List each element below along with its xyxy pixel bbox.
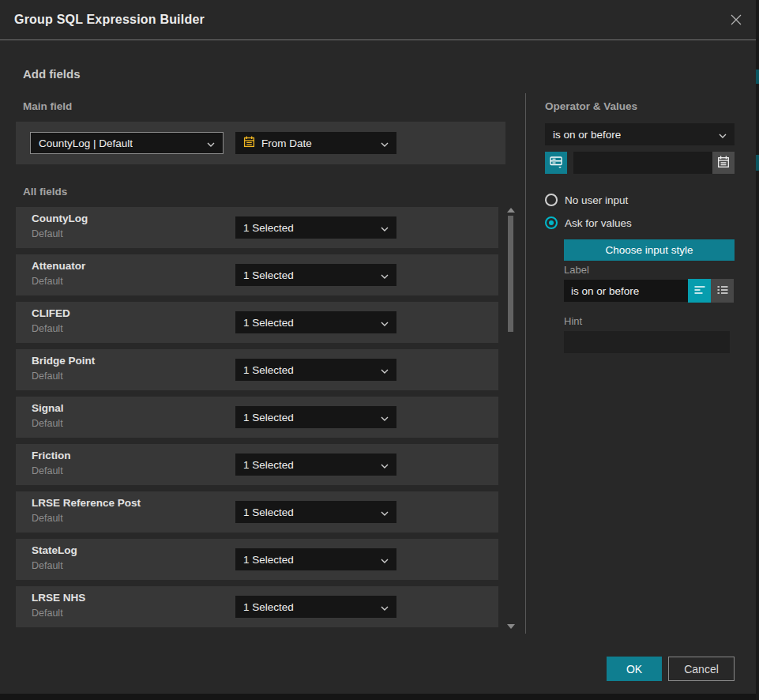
field-selection-value: 1 Selected <box>243 554 294 566</box>
field-sublabel: Default <box>32 560 63 571</box>
hint-input[interactable] <box>564 331 730 353</box>
field-selection-value: 1 Selected <box>243 317 294 329</box>
operator-dropdown[interactable]: is on or before <box>545 123 735 145</box>
field-sublabel: Default <box>32 371 63 382</box>
field-row-lrse-nhs: LRSE NHS Default 1 Selected <box>16 586 498 627</box>
main-layer-dropdown-value: CountyLog | Default <box>39 137 133 149</box>
screen: Group SQL Expression Builder Add fields … <box>0 0 759 700</box>
label-field-label: Label <box>564 264 589 276</box>
field-sublabel: Default <box>32 513 63 524</box>
scrollbar-up-arrow-icon[interactable] <box>507 208 515 213</box>
field-name: StateLog <box>32 544 77 556</box>
radio-no-user-input[interactable]: No user input <box>545 194 628 206</box>
field-selection-dropdown[interactable]: 1 Selected <box>235 311 396 333</box>
hint-field-label: Hint <box>564 315 582 327</box>
field-sublabel: Default <box>32 418 63 429</box>
operator-values-heading: Operator & Values <box>545 100 637 112</box>
ok-button[interactable]: OK <box>607 657 662 681</box>
dialog-title: Group SQL Expression Builder <box>14 13 205 27</box>
align-left-icon <box>693 284 706 299</box>
field-name: LRSE Reference Post <box>32 497 141 509</box>
field-name: CountyLog <box>32 213 88 224</box>
all-fields-heading: All fields <box>23 186 67 198</box>
all-fields-list: CountyLog Default 1 Selected Attenuator … <box>16 207 498 627</box>
field-selection-value: 1 Selected <box>243 269 294 281</box>
field-name: Attenuator <box>32 260 85 272</box>
field-selection-dropdown[interactable]: 1 Selected <box>235 359 396 381</box>
single-input-style-toggle[interactable] <box>688 279 711 303</box>
field-name: CLIFED <box>32 307 70 319</box>
field-row-lrse-reference-post: LRSE Reference Post Default 1 Selected <box>16 491 498 533</box>
field-selection-value: 1 Selected <box>243 459 294 471</box>
vertical-divider <box>525 93 526 634</box>
cancel-button[interactable]: Cancel <box>668 657 735 681</box>
chevron-down-icon <box>719 129 727 141</box>
field-selection-dropdown[interactable]: 1 Selected <box>235 264 396 286</box>
page-edge-bottom <box>0 694 756 700</box>
scrollbar-thumb[interactable] <box>508 216 513 332</box>
main-field-dropdown[interactable]: From Date <box>235 132 396 154</box>
chevron-down-icon <box>381 506 389 518</box>
field-row-statelog: StateLog Default 1 Selected <box>16 539 498 580</box>
calendar-icon <box>717 156 730 171</box>
field-row-bridge-point: Bridge Point Default 1 Selected <box>16 349 498 390</box>
close-button[interactable] <box>726 10 746 31</box>
field-selection-value: 1 Selected <box>243 222 294 234</box>
field-selection-dropdown[interactable]: 1 Selected <box>235 406 396 428</box>
main-layer-dropdown[interactable]: CountyLog | Default <box>30 132 224 154</box>
field-row-clifed: CLIFED Default 1 Selected <box>16 302 498 343</box>
field-selection-dropdown[interactable]: 1 Selected <box>235 548 396 570</box>
field-row-countylog: CountyLog Default 1 Selected <box>16 207 498 248</box>
value-input[interactable] <box>573 152 712 174</box>
field-row-signal: Signal Default 1 Selected <box>16 397 498 438</box>
chevron-down-icon <box>381 137 389 149</box>
scrollbar-down-arrow-icon[interactable] <box>507 624 515 629</box>
chevron-down-icon <box>381 601 389 613</box>
main-field-panel: CountyLog | Default From Date <box>16 122 505 164</box>
field-selection-dropdown[interactable]: 1 Selected <box>235 216 396 239</box>
field-name: Bridge Point <box>32 355 95 367</box>
date-picker-button[interactable] <box>712 152 735 174</box>
choose-input-style-button[interactable]: Choose input style <box>564 239 735 261</box>
date-field-calendar-icon <box>243 136 255 150</box>
chevron-down-icon <box>381 459 389 471</box>
chevron-down-icon <box>207 137 215 149</box>
all-fields-scrollbar[interactable] <box>506 203 515 634</box>
field-row-attenuator: Attenuator Default 1 Selected <box>16 254 498 295</box>
list-icon <box>716 284 729 299</box>
field-row-friction: Friction Default 1 Selected <box>16 444 498 485</box>
dialog-titlebar: Group SQL Expression Builder <box>0 0 756 40</box>
radio-label: Ask for values <box>565 217 632 229</box>
value-mode-toggle-button[interactable] <box>545 152 567 174</box>
radio-button-icon[interactable] <box>545 194 558 206</box>
field-selection-dropdown[interactable]: 1 Selected <box>235 501 396 523</box>
field-name: LRSE NHS <box>32 592 85 604</box>
field-name: Signal <box>32 402 64 414</box>
field-selection-dropdown[interactable]: 1 Selected <box>235 453 396 476</box>
add-fields-heading: Add fields <box>23 67 81 81</box>
page-edge-accent-sliver <box>756 70 759 84</box>
group-sql-expression-builder-dialog: Group SQL Expression Builder Add fields … <box>0 0 756 694</box>
field-sublabel: Default <box>32 276 63 287</box>
chevron-down-icon <box>381 222 389 234</box>
chevron-down-icon <box>381 269 389 281</box>
field-sublabel: Default <box>32 608 63 619</box>
radio-label: No user input <box>565 194 628 206</box>
field-selection-value: 1 Selected <box>243 364 294 376</box>
radio-ask-for-values[interactable]: Ask for values <box>545 216 632 229</box>
field-selection-value: 1 Selected <box>243 412 294 423</box>
page-edge-right <box>756 0 759 700</box>
chevron-down-icon <box>381 412 389 423</box>
label-input[interactable] <box>564 280 688 302</box>
chevron-down-icon <box>381 364 389 376</box>
field-sublabel: Default <box>32 465 63 476</box>
operator-dropdown-value: is on or before <box>553 129 621 141</box>
chevron-down-icon <box>381 317 389 329</box>
field-sublabel: Default <box>32 228 63 239</box>
field-selection-value: 1 Selected <box>243 506 294 518</box>
list-input-style-toggle[interactable] <box>711 279 734 303</box>
radio-button-selected-icon[interactable] <box>545 216 558 229</box>
field-selection-dropdown[interactable]: 1 Selected <box>235 596 396 618</box>
main-field-heading: Main field <box>23 100 72 112</box>
chevron-down-icon <box>381 554 389 566</box>
